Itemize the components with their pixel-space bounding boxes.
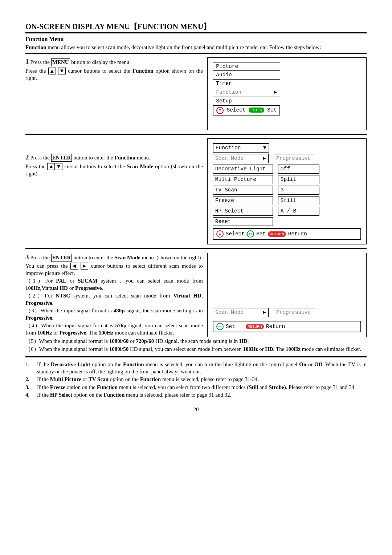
intro-text: Function menu allows you to select scan … <box>25 44 367 51</box>
menu-item-picture[interactable]: Picture <box>213 62 280 71</box>
t: Press the <box>29 155 51 161</box>
leftright-icon: ⇔ <box>247 230 254 238</box>
scan-mode-word: Scan Mode <box>127 163 153 169</box>
osd-screenshot-3: Scan Mode▶ Progressive ⇔Set RETURNReturn <box>207 253 367 337</box>
t: Press the <box>29 255 51 260</box>
notes-list: 1.If the Decorative Light option on the … <box>25 361 367 399</box>
chevron-down-icon: ▼ <box>263 145 266 151</box>
function-menu-footer: Select ⇔Set RETURNReturn <box>213 228 361 240</box>
t: menu. (shown on the right) <box>140 255 201 260</box>
note-3: If the Freeze option on the Function men… <box>37 384 356 391</box>
enter-button-ref: ENTER <box>51 254 72 262</box>
step-2-row: 2 Press the ENTER button to enter the Fu… <box>25 138 367 245</box>
function-menu-item[interactable]: Freeze <box>213 196 273 205</box>
t: Press the <box>25 163 47 169</box>
divider <box>25 356 367 357</box>
page-number: 20 <box>25 406 367 413</box>
step-3-num: 3 <box>25 253 29 261</box>
osd-screenshot-2: Function▼ Scan Mode▶ProgressiveDecorativ… <box>207 138 367 245</box>
t: menu. <box>135 155 150 161</box>
divider <box>25 134 367 135</box>
menu-item-timer[interactable]: Timer <box>213 80 280 88</box>
function-menu-value: Off <box>278 165 319 174</box>
t: Press the <box>25 68 48 74</box>
enter-pill-icon: ENTER <box>249 108 264 113</box>
function-menu-item[interactable]: Decorative Light <box>213 165 273 174</box>
step3-item-1: （1）For PAL or SECAM system，you can selec… <box>25 278 203 292</box>
divider <box>25 53 367 54</box>
t: cursor buttons to select the <box>68 68 132 74</box>
menu-item-audio[interactable]: Audio <box>213 71 280 80</box>
note-2: If the Multi Picture or TV Scan option o… <box>37 376 259 383</box>
step3-item-2: （2）For NTSC system, you can select scan … <box>25 292 203 307</box>
updown-icon <box>216 107 224 114</box>
t: You can press the <box>25 263 70 269</box>
osd-screenshot-1: Picture Audio Timer Function▶ Setup Sele… <box>207 57 367 130</box>
chevron-right-icon: ▶ <box>274 89 277 96</box>
menu-button-ref: MENU <box>51 58 70 66</box>
note-4: If the HP Select option on the Function … <box>37 392 231 399</box>
t: button to enter the <box>72 155 114 161</box>
leftright-icon: ⇔ <box>216 323 224 330</box>
scan-mode-value: Progressive <box>274 308 315 317</box>
function-menu-item[interactable]: TV Scan <box>213 186 273 195</box>
step-3-row: 3 Press the ENTER button to enter the Sc… <box>25 253 367 337</box>
step-1-num: 1 <box>25 58 29 65</box>
scan-mode-footer: ⇔Set RETURNReturn <box>213 321 361 332</box>
function-word: Function <box>132 68 154 74</box>
return-pill-icon: RETURN <box>246 324 264 329</box>
menu-footer: Select ENTER Set <box>213 106 280 115</box>
right-arrow-icon: ► <box>81 263 88 270</box>
note-1: If the Decorative Light option on the Fu… <box>37 361 367 375</box>
function-menu-value: A / B <box>278 207 319 216</box>
function-word: Function <box>115 155 136 161</box>
down-arrow-icon: ▼ <box>58 68 66 74</box>
function-menu-value: Split <box>278 175 319 184</box>
return-pill-icon: RETURN <box>268 231 286 236</box>
step-2-num: 2 <box>25 153 29 161</box>
scan-mode-row[interactable]: Scan Mode▶ <box>213 308 269 317</box>
updown-icon <box>216 230 224 238</box>
step3-item-4: （4）When the input signal format is 576p … <box>25 322 203 336</box>
up-arrow-icon: ▲ <box>48 68 56 74</box>
t: cursor buttons to select the <box>62 163 127 169</box>
function-menu-item[interactable]: HP Select <box>213 207 273 216</box>
function-menu-value: Still <box>278 196 319 205</box>
step3-item-5: （5）When the input signal format is 1080i… <box>25 338 367 345</box>
step3-item-3: （3）When the input signal format is 480p … <box>25 307 203 321</box>
chevron-right-icon: ▶ <box>263 309 266 316</box>
down-arrow-icon: ▼ <box>55 163 62 170</box>
main-menu-list: Picture Audio Timer Function▶ Setup Sele… <box>213 62 281 116</box>
left-arrow-icon: ◄ <box>70 263 78 270</box>
divider <box>25 248 367 249</box>
page-title: ON-SCREEN DISPLAY MENU【FUNCTION MENU】 <box>25 22 367 33</box>
function-menu-value: 3 <box>278 186 319 195</box>
function-menu-item[interactable]: Scan Mode▶ <box>213 154 269 163</box>
t: button to enter the <box>72 255 114 260</box>
function-menu-header: Function▼ <box>213 143 269 153</box>
enter-button-ref: ENTER <box>51 154 72 162</box>
function-menu-item[interactable]: Reset <box>213 217 273 226</box>
t: button to display the menu. <box>70 59 131 65</box>
section-subtitle: Function Menu <box>25 36 367 43</box>
step3-item-6: （6）When the input signal format is 1080i… <box>25 346 367 353</box>
function-menu-value: Progressive <box>274 154 315 163</box>
step-1-row: 1 Press the MENU button to display the m… <box>25 57 367 130</box>
scan-mode-word: Scan Mode <box>115 255 140 260</box>
function-menu-item[interactable]: Multi Picture <box>213 175 273 184</box>
t: Press the <box>29 59 51 65</box>
menu-item-function[interactable]: Function▶ <box>213 88 280 97</box>
menu-item-setup[interactable]: Setup <box>213 97 280 105</box>
up-arrow-icon: ▲ <box>47 163 55 170</box>
